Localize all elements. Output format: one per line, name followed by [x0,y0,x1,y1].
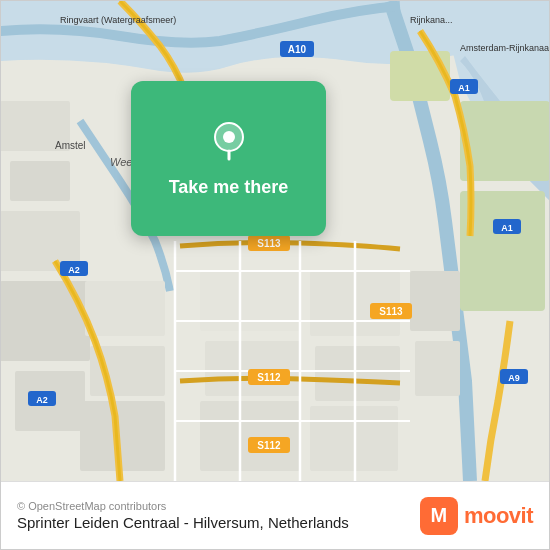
cta-card[interactable]: Take me there [131,81,326,236]
svg-rect-18 [410,271,460,331]
map-pin-icon [207,119,251,163]
app-container: S113 S112 S112 S113 A10 A1 A1 A2 A2 A9 [0,0,550,550]
svg-rect-16 [315,346,400,401]
svg-rect-9 [85,281,165,336]
map-container: S113 S112 S112 S113 A10 A1 A1 A2 A2 A9 [1,1,549,481]
svg-text:A2: A2 [68,265,80,275]
footer: © OpenStreetMap contributors Sprinter Le… [1,481,549,549]
svg-text:Amsterdam-Rijnkanaal: Amsterdam-Rijnkanaal [460,43,549,53]
svg-rect-13 [205,341,300,396]
svg-text:A2: A2 [36,395,48,405]
moovit-logo: M moovit [420,497,533,535]
svg-rect-11 [80,401,165,471]
route-title: Sprinter Leiden Centraal - Hilversum, Ne… [17,514,349,531]
svg-text:S113: S113 [257,238,281,249]
svg-text:A10: A10 [288,44,307,55]
footer-left: © OpenStreetMap contributors Sprinter Le… [17,500,349,531]
svg-text:Rijnkana...: Rijnkana... [410,15,453,25]
svg-text:A1: A1 [458,83,470,93]
svg-text:A9: A9 [508,373,520,383]
svg-rect-14 [200,401,300,471]
map-background: S113 S112 S112 S113 A10 A1 A1 A2 A2 A9 [1,1,549,481]
cta-label: Take me there [169,177,289,199]
svg-text:S112: S112 [257,372,281,383]
svg-rect-5 [10,161,70,201]
moovit-text: moovit [464,503,533,529]
svg-text:S113: S113 [379,306,403,317]
svg-text:Ringvaart (Watergraafsmeer): Ringvaart (Watergraafsmeer) [60,15,176,25]
svg-rect-19 [415,341,460,396]
svg-text:S112: S112 [257,440,281,451]
svg-text:Amstel: Amstel [55,140,86,151]
copyright-text: © OpenStreetMap contributors [17,500,349,512]
svg-point-54 [223,131,235,143]
svg-rect-3 [390,51,450,101]
moovit-icon: M [420,497,458,535]
svg-text:A1: A1 [501,223,513,233]
